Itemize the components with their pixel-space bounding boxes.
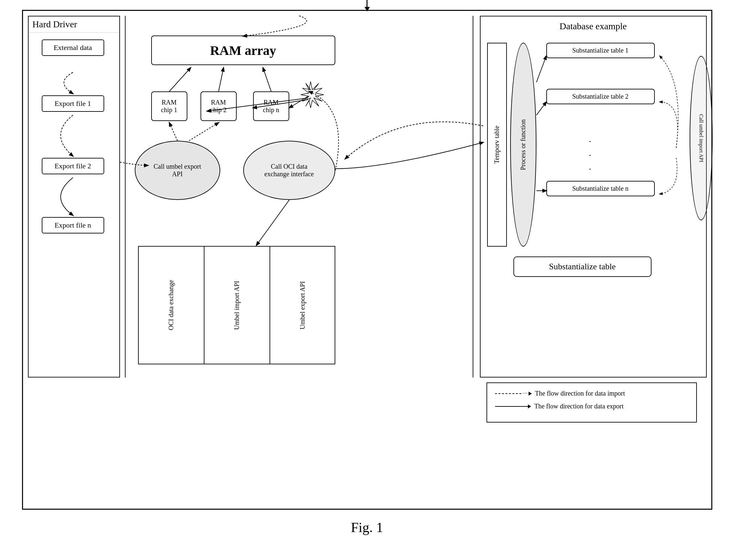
oci-col-1: OCI data exchange: [139, 247, 205, 364]
db-panel: Database example Temporv table Process o…: [480, 16, 707, 377]
legend-solid-line: [495, 404, 531, 408]
oci-columns-box: OCI data exchange Umbel import API Umbel…: [138, 246, 335, 364]
oci-col-2: Umbel import API: [205, 247, 270, 364]
process-ellipse: Process or function: [510, 43, 536, 247]
burst-star: [296, 80, 326, 110]
hard-driver-panel: Hard Driver External data Export file 1 …: [28, 16, 120, 377]
oci-col-3: Umbel export API: [270, 247, 335, 364]
ram-chip-2-box: RAMchip 2: [201, 91, 237, 121]
legend-dashed-line: ⋯: [495, 391, 532, 396]
svg-line-7: [536, 56, 546, 82]
svg-line-8: [536, 102, 546, 115]
svg-line-2: [219, 68, 224, 91]
legend-import-label: The flow direction for data import: [535, 390, 625, 397]
svg-marker-0: [301, 82, 324, 108]
export-file-1-box: Export file 1: [42, 95, 104, 112]
ram-chip-n-box: RAMchip n: [253, 91, 289, 121]
subst-main-box: Substantialize table: [513, 256, 651, 277]
sub-table-n-box: Substantialize table n: [546, 181, 655, 196]
ram-array-box: RAM array: [151, 36, 335, 65]
export-file-n-box: Export file n: [42, 217, 104, 233]
hard-driver-title: Hard Driver: [29, 16, 119, 33]
fig-caption: Fig. 1: [351, 520, 383, 535]
temp-table-rect: Temporv table: [487, 43, 507, 247]
sub-table-1-box: Substantialize table 1: [546, 43, 655, 58]
sub-table-2-box: Substantialize table 2: [546, 89, 655, 104]
svg-line-1: [169, 68, 191, 91]
ram-chip-1-box: RAMchip 1: [151, 91, 187, 121]
export-file-2-box: Export file 2: [42, 158, 104, 174]
left-panel-arrows: [29, 16, 119, 377]
call-umbel-export-ellipse: Call umbel exportAPI: [135, 141, 220, 200]
legend-item-import: ⋯ The flow direction for data import: [495, 390, 688, 397]
outer-frame: Hard Driver External data Export file 1 …: [22, 10, 712, 510]
legend-item-export: The flow direction for data export: [495, 402, 688, 410]
call-oci-ellipse: Call OCI dataexchange interface: [243, 141, 335, 200]
db-title: Database example: [480, 16, 706, 36]
legend-export-label: The flow direction for data export: [534, 402, 624, 410]
external-data-box: External data: [42, 39, 104, 56]
call-api-db-ellipse: Call umbel import API: [690, 56, 713, 220]
dots: ···: [589, 135, 591, 176]
legend-box: ⋯ The flow direction for data import The…: [486, 382, 697, 423]
top-arrow: [365, 0, 370, 12]
svg-line-3: [263, 68, 271, 91]
mid-panel: RAM array RAMchip 1 RAMchip 2 RAMchip n …: [125, 16, 473, 493]
